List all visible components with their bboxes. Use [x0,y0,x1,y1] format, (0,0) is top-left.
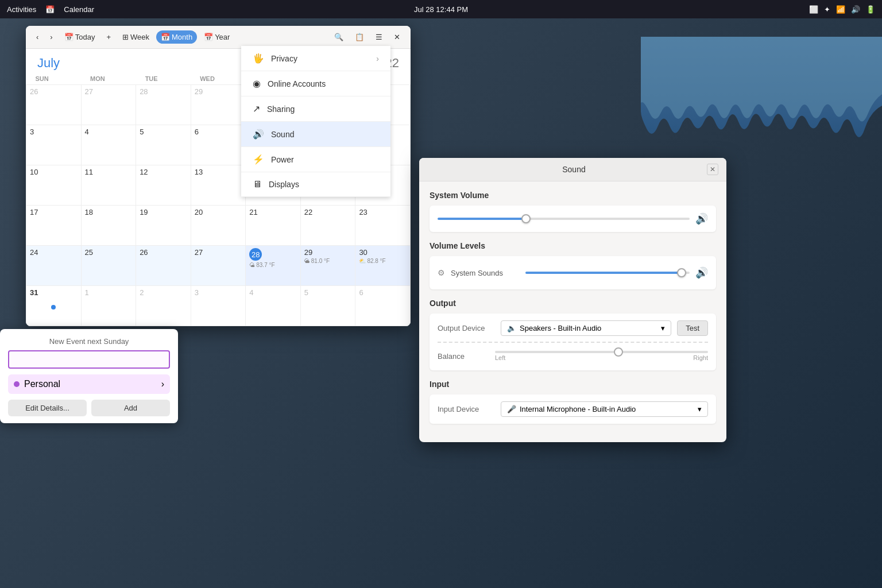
table-row[interactable]: 19 [136,206,191,246]
agenda-button[interactable]: 📋 [350,30,369,44]
prev-button[interactable]: ‹ [32,30,43,44]
table-row[interactable]: 30 ⛅82.8 °F [355,246,411,286]
slider-thumb[interactable] [677,268,686,277]
next-button[interactable]: › [45,30,57,44]
table-row[interactable]: 12 [136,165,191,206]
table-row[interactable]: 26 [136,246,191,286]
table-row[interactable]: 10 [26,165,82,206]
close-calendar-button[interactable]: ✕ [389,30,405,44]
volume-max-icon: 🔊 [695,266,708,279]
table-row[interactable]: 1 [81,286,136,326]
sound-icon: 🔊 [253,129,264,140]
year-label: Year [215,33,230,41]
table-row[interactable]: 3 [191,286,246,326]
add-button[interactable]: + [102,30,115,44]
settings-item-displays[interactable]: 🖥 Displays [241,172,390,197]
speaker-icon: 🔊 [695,212,708,225]
slider-track [438,218,690,220]
location-icon: ✦ [824,5,830,14]
speaker-select-icon: 🔈 [507,324,516,332]
table-row[interactable]: 17 [26,206,82,246]
today-button[interactable]: 📅 Today [60,30,100,44]
balance-track [495,351,708,353]
table-row[interactable]: 20 [191,206,246,246]
input-card: Input Device 🎤 Internal Microphone - Bui… [430,394,716,424]
week-button[interactable]: ⊞ Week [118,30,154,44]
new-event-popup: New Event next Sunday Personal › Edit De… [0,329,178,423]
settings-item-power[interactable]: ⚡ Power [241,147,390,172]
calendar-toolbar: ‹ › 📅 Today + ⊞ Week 📅 Month 📅 Year 🔍 📋 … [26,26,411,49]
table-row[interactable]: 18 [81,206,136,246]
app-icon: 📅 [45,5,55,14]
app-name-label: Calendar [64,5,94,14]
menu-button[interactable]: ☰ [371,30,387,44]
table-row[interactable]: 2 [136,286,191,326]
activities-label[interactable]: Activities [7,5,36,14]
table-row[interactable]: 4 [246,286,301,326]
chevron-right-icon: › [161,379,164,389]
table-row[interactable]: 29 🌥81.0 °F [300,246,355,286]
chevron-down-icon: ▾ [661,324,665,332]
balance-slider[interactable]: Left Right [495,351,708,361]
table-row[interactable]: 24 [26,246,82,286]
privacy-icon: 🖐 [253,53,264,64]
system-volume-slider[interactable] [438,213,690,225]
table-row[interactable]: 28 [136,85,191,125]
output-device-select[interactable]: 🔈 Speakers - Built-in Audio ▾ [501,320,671,336]
calendar-selector[interactable]: Personal › [8,374,170,394]
system-sounds-row: ⚙ System Sounds 🔊 [438,263,708,283]
year-button[interactable]: 📅 Year [199,30,234,44]
table-row[interactable]: 28 🌤83.7 °F [246,246,301,286]
output-device-row: Output Device 🔈 Speakers - Built-in Audi… [438,320,708,336]
input-title: Input [430,380,716,389]
settings-item-sharing[interactable]: ↗ Sharing [241,96,390,122]
table-row[interactable]: 5 [136,125,191,165]
settings-item-sound[interactable]: 🔊 Sound [241,122,390,147]
table-row[interactable]: 6 [191,125,246,165]
battery-icon: 🔋 [866,5,875,14]
table-row[interactable]: 31 [26,286,82,326]
table-row[interactable]: 3 [26,125,82,165]
table-row[interactable]: 23 [355,206,411,246]
balance-thumb[interactable] [614,347,623,357]
new-event-input[interactable] [8,350,170,369]
sound-panel-title: Sound [441,165,707,174]
table-row[interactable]: 13 [191,165,246,206]
system-volume-card: 🔊 [430,206,716,232]
month-icon: 📅 [161,33,170,41]
table-row[interactable]: 25 [81,246,136,286]
table-row[interactable]: 4 [81,125,136,165]
sound-close-button[interactable]: ✕ [707,164,718,175]
slider-thumb[interactable] [521,214,531,223]
system-sounds-slider[interactable] [525,267,690,278]
balance-left-label: Left [495,354,505,361]
chevron-down-icon: ▾ [698,405,702,413]
table-row[interactable]: 21 [246,206,301,246]
output-title: Output [430,299,716,308]
search-button[interactable]: 🔍 [330,30,348,44]
table-row[interactable]: 22 [300,206,355,246]
table-row[interactable]: 5 [300,286,355,326]
table-row: 17 18 19 20 21 22 23 [26,206,411,246]
weather-info: 🌤83.7 °F [249,262,297,268]
table-row[interactable]: 27 [81,85,136,125]
month-button[interactable]: 📅 Month [156,30,197,44]
week-icon: ⊞ [122,33,129,41]
settings-item-privacy[interactable]: 🖐 Privacy › [241,46,390,71]
weekday-tue: TUE [136,73,191,85]
mic-icon: 🎤 [507,405,516,413]
settings-item-online-accounts[interactable]: ◉ Online Accounts [241,71,390,96]
table-row[interactable]: 27 [191,246,246,286]
sharing-icon: ↗ [253,103,260,114]
input-device-select[interactable]: 🎤 Internal Microphone - Built-in Audio ▾ [501,401,708,417]
table-row[interactable]: 29 [191,85,246,125]
test-button[interactable]: Test [677,320,708,336]
new-event-title: New Event next Sunday [8,337,170,346]
edit-details-button[interactable]: Edit Details... [8,400,87,416]
table-row[interactable]: 11 [81,165,136,206]
weather-info: ⛅82.8 °F [359,258,407,264]
wifi-icon: 📶 [836,5,845,14]
add-event-button[interactable]: Add [91,400,170,416]
table-row[interactable]: 6 [355,286,411,326]
table-row[interactable]: 26 [26,85,82,125]
